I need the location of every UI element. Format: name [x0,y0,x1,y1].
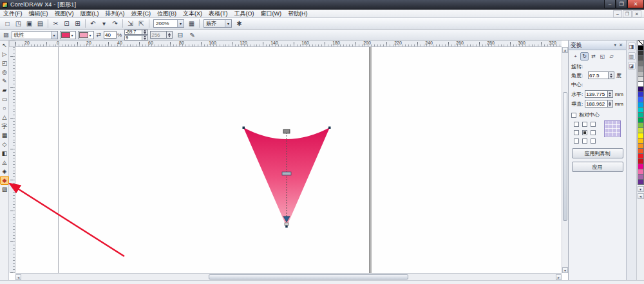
outline-tool[interactable]: ◈ [0,167,9,176]
center-vertical-spinner[interactable] [608,100,613,108]
menu-item-5[interactable]: 效果(C) [128,10,155,17]
cut-button[interactable]: ✂ [50,19,61,28]
maximize-button[interactable]: ❐ [616,0,627,8]
rotation-angle-input[interactable] [588,71,609,79]
size-mode-button[interactable]: ◱ [598,52,607,61]
anchor-cell-4[interactable] [582,130,587,135]
edge-pad-spinner[interactable] [142,35,148,41]
polygon-tool[interactable]: △ [0,113,9,122]
freehand-tool[interactable]: ✎ [0,77,9,86]
apply-to-duplicate-button[interactable]: 应用到再制 [572,148,623,158]
palette-scroll-down-button[interactable]: ▾ [638,186,644,192]
menu-item-11[interactable]: 帮助(H) [285,10,311,17]
application-launcher-button[interactable]: ▦ [186,19,197,28]
palette-expand-button[interactable]: ◂ [638,193,644,199]
anchor-cell-0[interactable] [574,122,579,127]
close-button[interactable]: ✕ [627,0,644,8]
open-button[interactable]: ◳ [13,19,24,28]
pick-tool[interactable]: ↖ [0,41,9,50]
apply-button[interactable]: 应用 [572,162,623,172]
anchor-cell-6[interactable] [574,138,579,144]
vertical-scroll-thumb[interactable] [563,92,567,221]
horizontal-scrollbar[interactable]: ◂ ▸ [15,273,562,280]
menu-item-10[interactable]: 窗口(W) [258,10,285,17]
center-horizontal-input[interactable] [585,90,608,98]
horizontal-ruler[interactable]: 2002040608010012014016018020022024026028… [15,41,562,47]
menu-item-3[interactable]: 版面(L) [77,10,102,17]
anchor-cell-1[interactable] [582,122,587,127]
crop-tool[interactable]: ◰ [0,59,9,68]
edit-fill-button[interactable]: ✎ [187,30,198,40]
doc-control-2[interactable]: ✕ [632,10,641,17]
center-horizontal-spinner[interactable] [608,90,613,98]
fill-angle-input[interactable] [124,30,142,35]
anchor-cell-2[interactable] [591,122,596,127]
ruler-origin-button[interactable] [9,41,15,47]
anchor-cell-8[interactable] [591,138,596,144]
export-button[interactable]: ⇱ [136,19,147,28]
gradient-start-handle[interactable] [283,129,290,133]
rotation-angle-spinner[interactable] [609,71,614,79]
fountain-steps-input[interactable] [150,31,167,39]
docker-collapse-icon[interactable]: ▾ [613,43,618,48]
minimize-button[interactable]: – [604,0,616,8]
menu-item-4[interactable]: 排列(A) [102,10,128,17]
print-button[interactable]: ▤ [35,19,46,28]
fountain-steps-spinner[interactable] [167,31,173,39]
undo-button[interactable]: ↶ [88,19,99,28]
redo-button[interactable]: ↷ [109,19,120,28]
copy-fill-properties-button[interactable]: ⊟ [175,30,185,40]
basic-shapes-tool[interactable]: ◇ [0,140,9,149]
docker-tab-2[interactable]: ▥ [628,52,636,60]
scroll-up-button[interactable]: ▴ [562,47,568,53]
undo-dropdown-button[interactable]: ▾ [99,19,109,28]
horizontal-scroll-thumb[interactable] [209,274,408,279]
fill-end-color-picker[interactable]: ▾ [78,31,94,39]
fill-start-color-picker[interactable]: ▾ [60,31,76,39]
menu-item-1[interactable]: 编辑(E) [26,10,52,17]
smart-fill-tool[interactable]: ▰ [0,86,9,95]
vertical-scrollbar[interactable]: ▴ ▾ [562,47,568,273]
menu-item-6[interactable]: 位图(B) [154,10,180,17]
center-vertical-input[interactable] [585,100,608,108]
anchor-cell-7[interactable] [582,138,587,144]
palette-swatch-27[interactable] [638,179,644,185]
docker-tab-1[interactable]: ◨ [628,43,636,50]
fill-midpoint-input[interactable] [104,31,117,39]
paste-button[interactable]: ⊞ [72,19,83,28]
rotate-mode-button[interactable]: ↻ [580,52,589,61]
rectangle-tool[interactable]: ▭ [0,95,9,104]
blend-tool[interactable]: ◧ [0,149,9,158]
menu-item-2[interactable]: 视图(V) [52,10,77,17]
ellipse-tool[interactable]: ○ [0,104,9,113]
doc-control-0[interactable]: – [613,10,622,17]
shape-node[interactable] [243,127,245,129]
menu-item-7[interactable]: 文本(X) [180,10,205,17]
docker-tab-3[interactable]: ◪ [628,62,636,70]
edge-pad-input[interactable] [124,35,142,41]
import-button[interactable]: ⇲ [125,19,136,28]
menu-item-9[interactable]: 工具(O) [231,10,258,17]
options-button[interactable]: ✱ [234,19,245,28]
gradient-end-handle[interactable] [285,223,289,225]
copy-button[interactable]: ⊡ [61,19,72,28]
doc-control-1[interactable]: ❐ [623,10,632,17]
docker-close-icon[interactable]: ✕ [618,43,624,48]
table-tool[interactable]: ▦ [0,131,9,140]
zoom-tool[interactable]: ◎ [0,68,9,77]
vertical-ruler[interactable] [9,47,15,273]
scroll-right-button[interactable]: ▸ [556,274,562,280]
text-tool[interactable]: 字 [0,122,9,131]
fill-type-dropdown[interactable]: 线性 ▾ [12,31,58,39]
fill-tool[interactable]: ◆ [0,176,9,185]
shape-tool[interactable]: ▷ [0,50,9,59]
fill-angle-spinner[interactable] [142,30,148,35]
new-document-button[interactable]: □ [2,19,13,28]
position-mode-button[interactable]: + [571,52,580,61]
scroll-left-button[interactable]: ◂ [15,274,21,280]
scroll-down-button[interactable]: ▾ [562,267,568,273]
menu-item-0[interactable]: 文件(F) [0,10,26,17]
snap-dropdown[interactable]: 贴齐 ▾ [204,19,232,28]
relative-center-checkbox[interactable] [571,113,576,118]
eyedropper-tool[interactable]: ◬ [0,158,9,167]
